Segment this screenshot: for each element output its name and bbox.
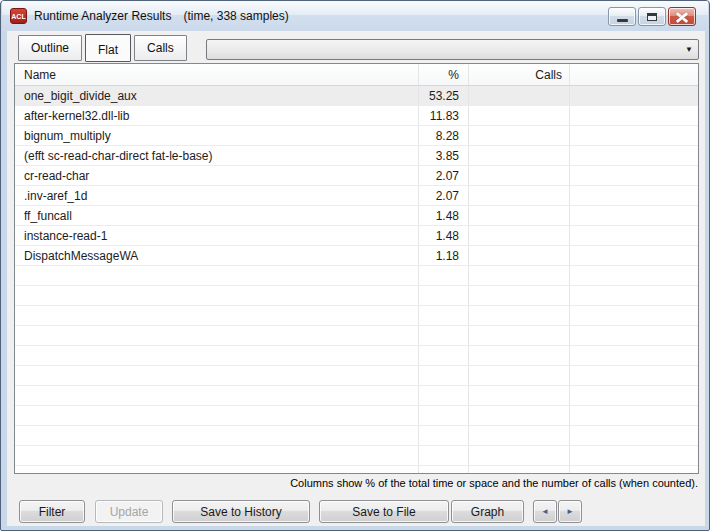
cell-pct <box>418 386 468 405</box>
save-to-history-button[interactable]: Save to History <box>172 500 310 523</box>
close-button[interactable] <box>668 7 696 26</box>
cell-filler <box>569 286 698 305</box>
cell-calls <box>468 146 569 165</box>
cell-filler <box>569 166 698 185</box>
cell-pct: 2.07 <box>418 186 468 205</box>
cell-calls <box>468 126 569 145</box>
results-table: Name % Calls one_bigit_divide_aux53.25af… <box>14 63 699 474</box>
cell-filler <box>569 146 698 165</box>
cell-name <box>15 306 418 325</box>
filter-button[interactable]: Filter <box>19 500 85 523</box>
cell-pct: 8.28 <box>418 126 468 145</box>
cell-name <box>15 326 418 345</box>
cell-calls <box>468 466 569 474</box>
cell-pct: 2.07 <box>418 166 468 185</box>
cell-calls <box>468 306 569 325</box>
chevron-down-icon[interactable]: ▼ <box>680 45 698 54</box>
save-to-file-button[interactable]: Save to File <box>319 500 449 523</box>
caption-buttons <box>608 7 696 26</box>
cell-name <box>15 266 418 285</box>
runtime-analyzer-window: ACL Runtime Analyzer Results (time, 338 … <box>0 0 710 531</box>
column-header-name[interactable]: Name <box>15 64 418 85</box>
cell-name <box>15 426 418 445</box>
cell-pct: 1.18 <box>418 246 468 265</box>
cell-name: .inv-aref_1d <box>15 186 418 205</box>
cell-calls <box>468 246 569 265</box>
column-header-calls[interactable]: Calls <box>468 64 569 85</box>
cell-name <box>15 286 418 305</box>
table-row[interactable]: one_bigit_divide_aux53.25 <box>15 86 698 106</box>
tab-calls[interactable]: Calls <box>134 35 187 61</box>
cell-name <box>15 346 418 365</box>
cell-calls <box>468 206 569 225</box>
update-button[interactable]: Update <box>95 500 163 523</box>
table-row[interactable]: .inv-aref_1d2.07 <box>15 186 698 206</box>
cell-calls <box>468 426 569 445</box>
table-row[interactable]: instance-read-11.48 <box>15 226 698 246</box>
cell-pct <box>418 266 468 285</box>
table-row-empty <box>15 446 698 466</box>
cell-name: after-kernel32.dll-lib <box>15 106 418 125</box>
tab-flat[interactable]: Flat <box>85 34 131 62</box>
table-row[interactable]: (efft sc-read-char-direct fat-le-base)3.… <box>15 146 698 166</box>
cell-pct <box>418 426 468 445</box>
window-title: Runtime Analyzer Results <box>34 9 171 23</box>
cell-calls <box>468 326 569 345</box>
cell-filler <box>569 266 698 285</box>
cell-calls <box>468 106 569 125</box>
cell-name <box>15 446 418 465</box>
cell-filler <box>569 86 698 105</box>
cell-filler <box>569 406 698 425</box>
cell-name <box>15 366 418 385</box>
tab-outline[interactable]: Outline <box>18 35 82 61</box>
cell-calls <box>468 266 569 285</box>
cell-filler <box>569 426 698 445</box>
table-row-empty <box>15 406 698 426</box>
table-row-empty <box>15 266 698 286</box>
table-row-empty <box>15 366 698 386</box>
cell-name <box>15 386 418 405</box>
table-row-empty <box>15 426 698 446</box>
cell-filler <box>569 226 698 245</box>
cell-pct: 11.83 <box>418 106 468 125</box>
cell-filler <box>569 446 698 465</box>
minimize-button[interactable] <box>608 7 636 26</box>
cell-pct <box>418 286 468 305</box>
cell-name <box>15 406 418 425</box>
minimize-icon <box>617 19 628 22</box>
table-row[interactable]: ff_funcall1.48 <box>15 206 698 226</box>
restore-button[interactable] <box>638 7 666 26</box>
cell-filler <box>569 326 698 345</box>
cell-pct: 3.85 <box>418 146 468 165</box>
cell-name: (efft sc-read-char-direct fat-le-base) <box>15 146 418 165</box>
cell-name: ff_funcall <box>15 206 418 225</box>
table-header: Name % Calls <box>15 64 698 86</box>
graph-button[interactable]: Graph <box>451 500 524 523</box>
filter-combobox[interactable]: ▼ <box>206 39 699 60</box>
cell-filler <box>569 366 698 385</box>
table-row[interactable]: DispatchMessageWA1.18 <box>15 246 698 266</box>
cell-name <box>15 466 418 474</box>
cell-calls <box>468 226 569 245</box>
cell-pct: 1.48 <box>418 226 468 245</box>
cell-calls <box>468 186 569 205</box>
cell-calls <box>468 86 569 105</box>
cell-filler <box>569 126 698 145</box>
table-row[interactable]: bignum_multiply8.28 <box>15 126 698 146</box>
previous-results-button[interactable]: ◄ <box>533 500 557 523</box>
column-header-pct[interactable]: % <box>418 64 468 85</box>
close-icon <box>676 12 688 22</box>
table-row-empty <box>15 346 698 366</box>
table-row[interactable]: after-kernel32.dll-lib11.83 <box>15 106 698 126</box>
client-area: Outline Flat Calls ▼ Name % Calls one_bi… <box>7 31 705 526</box>
table-row-empty <box>15 286 698 306</box>
title-bar[interactable]: ACL Runtime Analyzer Results (time, 338 … <box>2 1 708 31</box>
table-row[interactable]: cr-read-char2.07 <box>15 166 698 186</box>
cell-calls <box>468 346 569 365</box>
next-results-button[interactable]: ► <box>558 500 582 523</box>
cell-filler <box>569 466 698 474</box>
window-title-detail: (time, 338 samples) <box>183 9 288 23</box>
table-row-empty <box>15 306 698 326</box>
cell-pct <box>418 366 468 385</box>
cell-filler <box>569 306 698 325</box>
